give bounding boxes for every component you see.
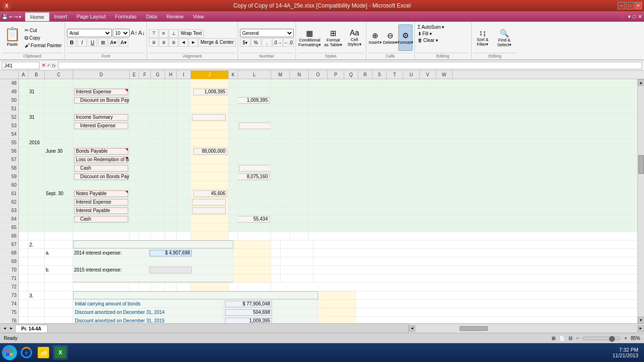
cell-E65[interactable] — [130, 223, 139, 231]
col-header-N[interactable]: N — [290, 71, 309, 79]
number-format-select[interactable]: General — [240, 29, 294, 37]
cell-C59[interactable] — [45, 173, 73, 181]
cell-J59[interactable] — [191, 173, 229, 181]
col-header-P[interactable]: P — [328, 71, 344, 79]
cell-F53[interactable] — [139, 122, 151, 130]
cell-N49[interactable] — [290, 88, 309, 96]
cell-A61[interactable] — [19, 189, 28, 197]
cell-71-empty[interactable] — [73, 274, 233, 282]
cell-M54[interactable] — [271, 130, 290, 138]
cell-K48[interactable] — [229, 79, 238, 87]
tab-formulas[interactable]: Formulas — [110, 12, 141, 21]
col-header-S[interactable]: S — [372, 71, 387, 79]
cell-G58[interactable] — [151, 164, 165, 172]
cell-A67[interactable] — [19, 240, 28, 248]
cell-B51[interactable] — [28, 105, 45, 113]
cell-A69[interactable] — [19, 257, 28, 265]
cell-D59[interactable]: Discount on Bonds Payable — [73, 173, 130, 181]
col-header-Q[interactable]: Q — [344, 71, 358, 79]
cell-I59[interactable] — [177, 173, 191, 181]
cell-E66[interactable] — [130, 232, 139, 240]
cell-L66[interactable] — [238, 232, 271, 240]
cell-M61[interactable] — [271, 189, 290, 197]
cell-H66[interactable] — [165, 232, 177, 240]
insert-button[interactable]: ⊕ Insert▾ — [368, 25, 382, 51]
horizontal-scrollbar[interactable]: ◄ ► — [408, 324, 644, 333]
cell-B75[interactable] — [28, 308, 45, 316]
delete-button[interactable]: ⊖ Delete▾ — [383, 25, 397, 51]
cell-J55[interactable] — [191, 139, 229, 147]
cell-B76[interactable] — [28, 317, 45, 323]
cell-L72[interactable] — [238, 283, 271, 291]
cell-J65[interactable] — [191, 223, 229, 231]
cell-E64[interactable] — [130, 215, 139, 223]
cell-A76[interactable] — [19, 317, 28, 323]
cell-B53[interactable] — [28, 122, 45, 130]
cell-M52[interactable] — [271, 113, 290, 121]
cell-C48[interactable] — [45, 79, 73, 87]
cell-A60[interactable] — [19, 181, 28, 189]
cell-H50[interactable] — [165, 96, 177, 104]
tab-page-layout[interactable]: Page Layout — [72, 12, 110, 21]
cell-F72[interactable] — [139, 283, 151, 291]
tab-review[interactable]: Review — [162, 12, 188, 21]
cell-69-empty[interactable] — [73, 257, 233, 265]
cell-F49[interactable] — [139, 88, 151, 96]
sheet-tab-prev[interactable]: ◄ — [2, 326, 8, 331]
cell-A62[interactable] — [19, 198, 28, 206]
cell-H55[interactable] — [165, 139, 177, 147]
sort-filter-button[interactable]: ↕↨ Sort &Filter▾ — [473, 25, 492, 51]
sheet-tab-active[interactable]: Pr. 14-4A — [15, 325, 48, 332]
cell-J61[interactable]: 45,606 — [191, 189, 229, 197]
align-center-button[interactable]: ≡ — [159, 38, 168, 47]
underline-button[interactable]: U — [88, 38, 97, 47]
align-middle-button[interactable]: ≡ — [159, 29, 168, 38]
cell-D64[interactable]: Cash — [73, 215, 130, 223]
cell-N60[interactable] — [290, 181, 309, 189]
col-header-A[interactable]: A — [19, 71, 28, 79]
cell-G53[interactable] — [151, 122, 165, 130]
cell-I61[interactable] — [177, 189, 191, 197]
cell-G56[interactable] — [151, 147, 165, 155]
cell-E60[interactable] — [130, 181, 139, 189]
col-header-F[interactable]: F — [139, 71, 151, 79]
cell-H54[interactable] — [165, 130, 177, 138]
cell-M62[interactable] — [271, 198, 290, 206]
indent-dec-button[interactable]: ◄ — [179, 38, 188, 47]
cell-E55[interactable] — [130, 139, 139, 147]
cell-E54[interactable] — [130, 130, 139, 138]
minimize-button[interactable]: ─ — [618, 2, 625, 9]
cell-L63[interactable] — [238, 206, 271, 214]
cell-A50[interactable] — [19, 96, 28, 104]
cell-A55[interactable] — [19, 139, 28, 147]
cell-M58[interactable] — [271, 164, 290, 172]
col-header-H[interactable]: H — [165, 71, 177, 79]
cell-G48[interactable] — [151, 79, 165, 87]
cell-E50[interactable] — [130, 96, 139, 104]
cell-2015-value[interactable] — [149, 266, 233, 274]
cell-F62[interactable] — [139, 198, 151, 206]
cell-J74[interactable]: $ 77,906,048 — [224, 300, 318, 308]
align-left-button[interactable]: ≡ — [149, 38, 158, 47]
cell-B62[interactable] — [28, 198, 45, 206]
cell-L70[interactable] — [281, 266, 314, 274]
cell-F50[interactable] — [139, 96, 151, 104]
col-header-R[interactable]: R — [358, 71, 372, 79]
cell-M53[interactable] — [271, 122, 290, 130]
col-header-C[interactable]: C — [45, 71, 73, 79]
cut-button[interactable]: ✂Cut — [24, 27, 63, 34]
cell-F64[interactable] — [139, 215, 151, 223]
cell-D51[interactable] — [73, 105, 130, 113]
cell-I62[interactable] — [177, 198, 191, 206]
cell-N62[interactable] — [290, 198, 309, 206]
cell-A51[interactable] — [19, 105, 28, 113]
cell-A73[interactable] — [19, 291, 28, 299]
cell-B71[interactable] — [28, 274, 45, 282]
cell-D54[interactable] — [73, 130, 130, 138]
cell-J53[interactable] — [191, 122, 229, 130]
tab-home[interactable]: Home — [25, 12, 49, 21]
cell-B57[interactable] — [28, 156, 45, 164]
cell-C75[interactable] — [45, 308, 73, 316]
comma-button[interactable]: , — [262, 38, 272, 47]
cell-C67[interactable] — [45, 240, 73, 248]
